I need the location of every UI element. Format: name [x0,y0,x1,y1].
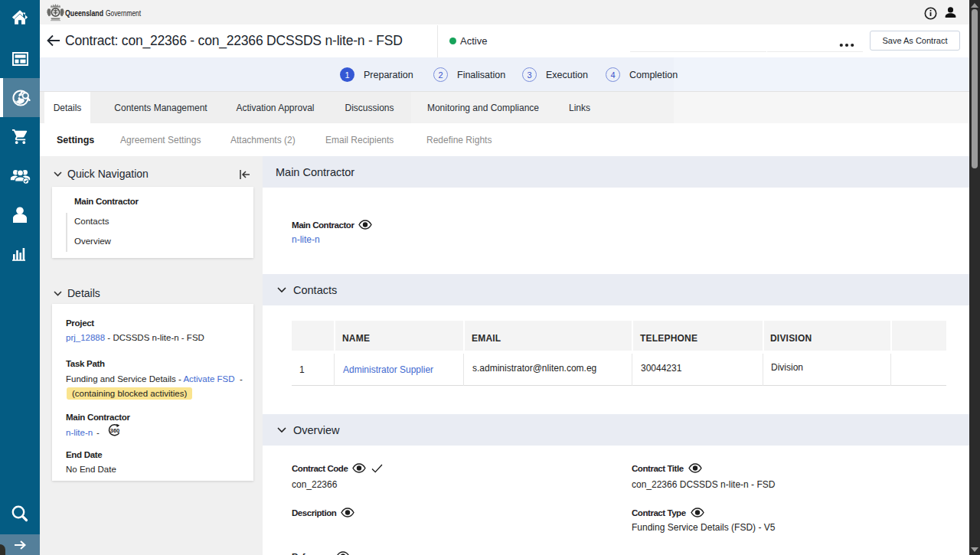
svg-text:Government: Government [106,8,142,18]
svg-text:360: 360 [110,427,120,434]
svg-text:Queensland: Queensland [65,8,103,18]
